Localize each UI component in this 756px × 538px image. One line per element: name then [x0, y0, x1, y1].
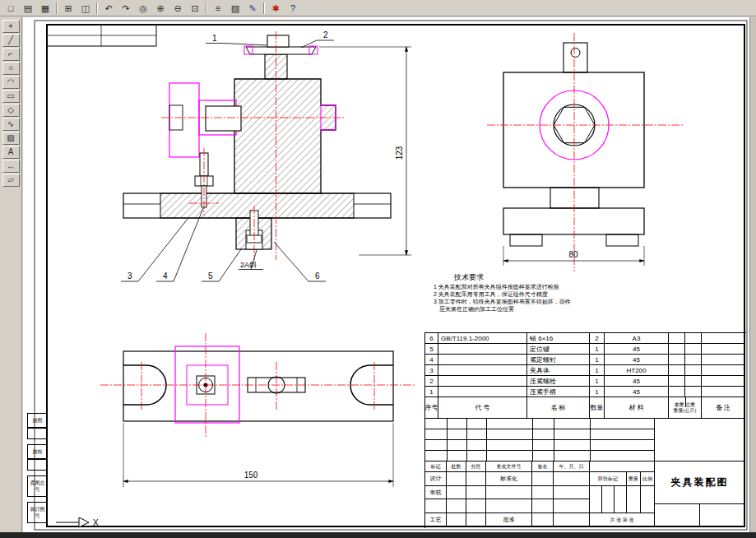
date-label: 年、月、日 [554, 461, 590, 472]
parts-cell-code-row2 [438, 376, 527, 387]
print-button[interactable]: ⊞ [60, 1, 77, 16]
count-label: 处数 [447, 461, 466, 472]
balloon-2-label: 2 [323, 30, 328, 39]
parts-cell-qty-row4: 1 [590, 355, 605, 365]
tech-requirements-title: 技术要求 [454, 272, 484, 283]
scale-label: 比例 [641, 472, 655, 486]
tool-select-button[interactable]: + [2, 20, 20, 33]
parts-cell-no-row3: 3 [425, 365, 438, 376]
parts-cell-no-row2: 2 [425, 376, 438, 387]
open-file-button[interactable]: ▤ [20, 1, 36, 16]
tool-dimension-button[interactable]: ↔ [2, 160, 20, 173]
help-button[interactable]: ? [285, 1, 301, 16]
sign-label: 签名 [532, 461, 554, 472]
parts-cell-w1-row6 [669, 333, 685, 344]
approve-label: 批准 [486, 513, 532, 527]
parts-cell-name-row1: 压紧手柄 [527, 387, 590, 397]
empty-cell [532, 472, 554, 486]
empty-cell [447, 472, 466, 486]
weight-label: 重量 [627, 472, 641, 486]
window-bottom-edge [0, 532, 756, 538]
stage-box [602, 486, 615, 513]
balloon-4-label: 4 [163, 271, 168, 281]
dimension-top-width[interactable]: 150 [123, 423, 393, 487]
zoom-in-button[interactable]: ⊕ [152, 1, 169, 16]
empty-cell [554, 499, 590, 513]
parts-cell-material-row1: 45 [605, 387, 669, 397]
tech-requirement-line: 应夹紧在正确的加工工位位置 [439, 305, 514, 313]
tool-circle-button[interactable]: ○ [2, 62, 20, 75]
empty-cell [554, 486, 590, 499]
balloon-2[interactable]: 2 [301, 30, 334, 48]
tool-text-button[interactable]: A [2, 146, 20, 159]
parts-cell-name-row4: 紧定螺钉 [527, 355, 590, 365]
pan-button[interactable]: ◎ [135, 1, 151, 16]
redo-button[interactable]: ↷ [118, 1, 134, 16]
drawing-title: 夹具装配图 [655, 461, 745, 504]
parts-header-remark: 备 注 [702, 397, 745, 419]
margin-box-base-no: 底图总号 [27, 475, 48, 497]
parts-cell-w1-row1 [669, 387, 685, 397]
balloon-6-label: 6 [315, 271, 320, 281]
weight-bottom-label: 重量(公斤) [674, 408, 697, 414]
toolbar-separator [96, 2, 98, 14]
balloon-6[interactable]: 6 [274, 242, 326, 281]
side-view[interactable] [503, 43, 644, 246]
design-label: 设计 [425, 472, 447, 486]
chamfer-note[interactable]: 2A斜 [239, 250, 263, 270]
balloon-4[interactable]: 4 [156, 208, 203, 281]
left-toolbar: +╱⌐○◠▭◇∿▧A↔▱ [0, 17, 22, 532]
parts-cell-name-row3: 夹具体 [527, 365, 590, 376]
check-label: 审核 [425, 486, 447, 499]
empty-cell [590, 461, 655, 472]
save-file-button[interactable]: ▦ [37, 1, 53, 16]
plugin-button[interactable]: ✱ [267, 1, 284, 16]
tool-spline-button[interactable]: ∿ [2, 118, 20, 131]
parts-cell-w2-row5 [685, 344, 702, 355]
standardize-label: 标准化 [486, 472, 532, 486]
zoom-out-button[interactable]: ⊖ [169, 1, 186, 16]
draw-edit-button[interactable]: ✎ [244, 1, 261, 16]
parts-cell-w1-row3 [669, 365, 685, 376]
mark-label: 标记 [425, 461, 447, 472]
tool-polyline-button[interactable]: ⌐ [2, 48, 20, 61]
empty-cell [532, 513, 554, 527]
parts-header-material: 材 料 [605, 397, 669, 419]
new-file-button[interactable]: □ [2, 1, 19, 16]
empty-cell [466, 513, 486, 527]
tool-erase-button[interactable]: ▱ [2, 174, 20, 187]
tool-line-button[interactable]: ╱ [2, 34, 20, 47]
dimension-side-width[interactable]: 80 [503, 246, 644, 266]
empty-cell [655, 504, 700, 527]
parts-cell-qty-row3: 1 [590, 365, 605, 376]
craft-label: 工艺 [425, 513, 447, 527]
layers-button[interactable]: ≡ [210, 1, 226, 16]
balloon-1[interactable]: 1 [206, 34, 267, 45]
revision-table [425, 419, 655, 461]
parts-cell-material-row6: A3 [605, 333, 669, 344]
parts-cell-no-row4: 4 [425, 355, 438, 365]
empty-cell [466, 472, 486, 486]
parts-cell-material-row2: 45 [605, 376, 669, 387]
margin-box-tracing: 描图 [27, 413, 48, 428]
print-preview-button[interactable]: ◫ [77, 1, 94, 16]
cad-application-window: □▤▦⊞◫↶↷◎⊕⊖⊡≡▨✎✱? +╱⌐○◠▭◇∿▧A↔▱ [0, 0, 756, 538]
tool-rect-button[interactable]: ▭ [2, 90, 20, 103]
parts-cell-code-row6: GB/T119.1-2000 [438, 333, 527, 344]
front-view[interactable] [123, 35, 391, 249]
dimension-front-height[interactable]: 123 [319, 47, 411, 255]
balloon-5[interactable]: 5 [202, 249, 241, 281]
tool-polygon-button[interactable]: ◇ [2, 104, 20, 117]
hatch-style-button[interactable]: ▨ [227, 1, 243, 16]
parts-cell-material-row4: 45 [605, 355, 669, 365]
tool-hatch-button[interactable]: ▧ [2, 132, 20, 145]
zoom-window-button[interactable]: ⊡ [187, 1, 203, 16]
top-view[interactable] [123, 346, 393, 423]
parts-cell-no-row6: 6 [425, 333, 438, 344]
empty-cell [447, 499, 466, 513]
chamfer-note-text: 2A斜 [240, 261, 257, 269]
undo-button[interactable]: ↶ [100, 1, 117, 16]
stage-box [615, 486, 627, 513]
tool-arc-button[interactable]: ◠ [2, 76, 20, 89]
stage-mark-label: 阶段标记 [590, 472, 627, 486]
